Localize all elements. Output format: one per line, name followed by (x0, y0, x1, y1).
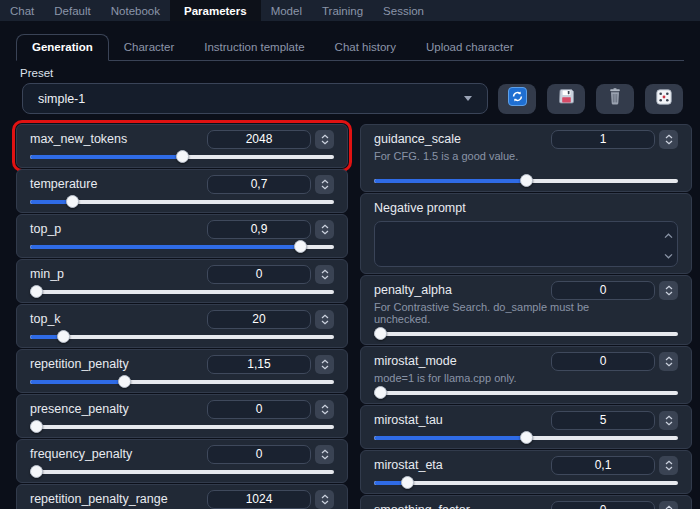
tab-character[interactable]: Character (109, 35, 190, 60)
slider-thumb[interactable] (374, 327, 387, 340)
slider-thumb[interactable] (30, 420, 43, 433)
mirostat_eta-spinner[interactable] (659, 456, 678, 475)
presence_penalty-number-input[interactable]: 0 (207, 400, 311, 419)
tab-chat-history[interactable]: Chat history (320, 35, 411, 60)
save-preset-button[interactable] (547, 84, 585, 114)
param-label: min_p (30, 267, 64, 281)
max_new_tokens-slider[interactable] (30, 150, 334, 163)
param-min_p: min_p 0 (16, 259, 348, 303)
slider-thumb[interactable] (520, 174, 533, 187)
guidance_scale-spinner[interactable] (659, 130, 678, 149)
mirostat_mode-number-input[interactable]: 0 (551, 352, 655, 371)
negative-prompt-label: Negative prompt (374, 201, 678, 217)
param-mirostat_tau: mirostat_tau 5 (360, 405, 692, 449)
refresh-preset-button[interactable] (498, 84, 536, 114)
param-label: top_p (30, 222, 61, 236)
nav-item-chat[interactable]: Chat (0, 0, 44, 21)
mirostat_tau-number-input[interactable]: 5 (551, 411, 655, 430)
repetition_penalty-number-input[interactable]: 1,15 (207, 355, 311, 374)
mirostat_tau-slider[interactable] (374, 431, 678, 444)
slider-thumb[interactable] (176, 150, 189, 163)
top_k-spinner[interactable] (315, 310, 334, 329)
slider-thumb[interactable] (66, 195, 79, 208)
slider-thumb[interactable] (374, 386, 387, 399)
guidance_scale-number-input[interactable]: 1 (551, 130, 655, 149)
nav-item-model[interactable]: Model (261, 0, 312, 21)
nav-item-training[interactable]: Training (312, 0, 373, 21)
param-info: For Contrastive Search. do_sample must b… (374, 301, 624, 325)
top_p-slider[interactable] (30, 240, 334, 253)
mirostat_mode-spinner[interactable] (659, 352, 678, 371)
frequency_penalty-slider[interactable] (30, 465, 334, 478)
scrollbar-up-icon[interactable] (664, 225, 673, 243)
presence_penalty-spinner[interactable] (315, 400, 334, 419)
dropdown-caret-icon (464, 96, 472, 101)
tab-generation[interactable]: Generation (16, 34, 109, 61)
nav-item-session[interactable]: Session (373, 0, 434, 21)
slider-thumb[interactable] (57, 330, 70, 343)
scrollbar-down-icon[interactable] (664, 245, 673, 263)
repetition_penalty-spinner[interactable] (315, 355, 334, 374)
slider-thumb[interactable] (520, 431, 533, 444)
smoothing_factor-number-input[interactable]: 0 (551, 501, 655, 509)
top_k-slider[interactable] (30, 330, 334, 343)
max_new_tokens-number-input[interactable]: 2048 (207, 130, 311, 149)
nav-item-notebook[interactable]: Notebook (101, 0, 170, 21)
tab-instruction-template[interactable]: Instruction template (189, 35, 319, 60)
slider-thumb[interactable] (30, 285, 43, 298)
generation-parameters: max_new_tokens 2048 temperature 0,7 (16, 124, 692, 509)
preset-dropdown-value: simple-1 (38, 92, 85, 106)
temperature-spinner[interactable] (315, 175, 334, 194)
preset-buttons (498, 84, 683, 114)
preset-label: Preset (20, 67, 700, 79)
frequency_penalty-spinner[interactable] (315, 445, 334, 464)
top_k-number-input[interactable]: 20 (207, 310, 311, 329)
mirostat_eta-slider[interactable] (374, 476, 678, 489)
slider-thumb[interactable] (118, 375, 131, 388)
param-top_p: top_p 0,9 (16, 214, 348, 258)
penalty_alpha-spinner[interactable] (659, 281, 678, 300)
param-label: frequency_penalty (30, 447, 132, 461)
repetition_penalty-slider[interactable] (30, 375, 334, 388)
param-top_k: top_k 20 (16, 304, 348, 348)
tab-upload-character[interactable]: Upload character (411, 35, 529, 60)
penalty_alpha-number-input[interactable]: 0 (551, 281, 655, 300)
param-max_new_tokens: max_new_tokens 2048 (16, 124, 348, 168)
slider-thumb[interactable] (30, 465, 43, 478)
param-frequency_penalty: frequency_penalty 0 (16, 439, 348, 483)
random-preset-button[interactable] (645, 84, 683, 114)
param-presence_penalty: presence_penalty 0 (16, 394, 348, 438)
mirostat_eta-number-input[interactable]: 0,1 (551, 456, 655, 475)
max_new_tokens-spinner[interactable] (315, 130, 334, 149)
main-nav: Chat Default Notebook Parameters Model T… (0, 0, 700, 21)
top_p-number-input[interactable]: 0,9 (207, 220, 311, 239)
min_p-spinner[interactable] (315, 265, 334, 284)
repetition_penalty_range-number-input[interactable]: 1024 (207, 490, 311, 509)
param-label: repetition_penalty (30, 357, 129, 371)
presence_penalty-slider[interactable] (30, 420, 334, 433)
preset-dropdown[interactable]: simple-1 (22, 83, 488, 114)
nav-item-parameters[interactable]: Parameters (170, 0, 261, 21)
repetition_penalty_range-spinner[interactable] (315, 490, 334, 509)
param-label: mirostat_eta (374, 458, 443, 472)
param-label: temperature (30, 177, 97, 191)
min_p-slider[interactable] (30, 285, 334, 298)
frequency_penalty-number-input[interactable]: 0 (207, 445, 311, 464)
nav-item-default[interactable]: Default (44, 0, 100, 21)
guidance_scale-slider[interactable] (374, 174, 678, 187)
param-label: smoothing_factor (374, 503, 470, 509)
min_p-number-input[interactable]: 0 (207, 265, 311, 284)
delete-preset-button[interactable] (596, 84, 634, 114)
slider-thumb[interactable] (401, 476, 414, 489)
smoothing_factor-spinner[interactable] (659, 501, 678, 509)
param-info: mode=1 is for llama.cpp only. (374, 372, 624, 384)
slider-thumb[interactable] (294, 240, 307, 253)
penalty_alpha-slider[interactable] (374, 327, 678, 340)
negative-prompt-textarea[interactable] (374, 221, 678, 267)
mirostat_tau-spinner[interactable] (659, 411, 678, 430)
mirostat_mode-slider[interactable] (374, 386, 678, 399)
param-label: mirostat_tau (374, 413, 443, 427)
top_p-spinner[interactable] (315, 220, 334, 239)
temperature-number-input[interactable]: 0,7 (207, 175, 311, 194)
temperature-slider[interactable] (30, 195, 334, 208)
